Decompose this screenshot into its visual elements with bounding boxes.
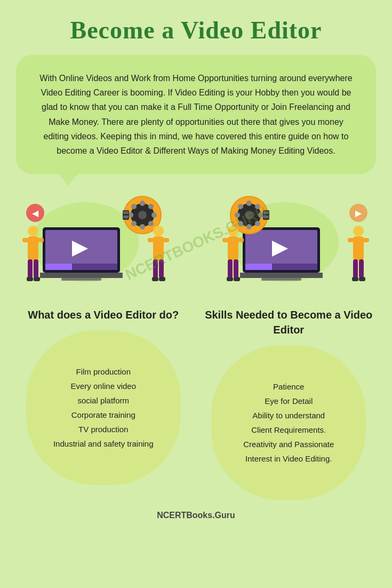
svg-point-4: [140, 201, 145, 206]
svg-rect-39: [159, 277, 165, 281]
svg-rect-33: [153, 236, 164, 260]
intro-text: With Online Videos and Work from Home Op…: [37, 71, 355, 158]
svg-rect-64: [234, 277, 240, 281]
svg-rect-60: [237, 238, 244, 242]
svg-point-7: [151, 212, 157, 218]
svg-point-3: [138, 211, 147, 219]
svg-point-43: [245, 211, 253, 219]
svg-point-11: [131, 221, 137, 226]
svg-point-50: [255, 204, 260, 209]
svg-rect-14: [123, 216, 129, 218]
svg-rect-59: [222, 238, 229, 242]
svg-rect-70: [240, 273, 323, 278]
list-item: Ability to understand: [252, 411, 325, 420]
svg-rect-38: [152, 277, 158, 281]
left-laptop-icon: [40, 227, 123, 281]
list-item: Eye for Detail: [265, 396, 313, 406]
page-title: Become a Video Editor: [70, 16, 322, 44]
svg-rect-36: [153, 259, 158, 278]
svg-point-10: [148, 204, 154, 209]
svg-point-32: [153, 226, 164, 236]
svg-rect-63: [227, 277, 233, 281]
svg-point-72: [353, 226, 364, 236]
svg-point-8: [131, 204, 137, 209]
svg-point-47: [258, 212, 263, 218]
right-oval: Patience Eye for Detail Ability to under…: [211, 345, 366, 500]
svg-rect-18: [28, 236, 38, 260]
left-sound-icon: ◀: [26, 203, 45, 223]
svg-rect-31: [61, 278, 101, 281]
svg-rect-19: [22, 238, 29, 242]
footer: NCERTBooks.Guru: [157, 511, 235, 520]
svg-point-57: [228, 226, 238, 236]
svg-rect-29: [45, 264, 72, 270]
left-person-icon: [21, 225, 45, 289]
illustrations-row: NCERTBOOKS.GURU ◀: [16, 195, 376, 291]
svg-text:▶: ▶: [355, 209, 362, 218]
list-item: TV production: [78, 425, 128, 434]
svg-point-5: [140, 224, 145, 229]
svg-rect-21: [28, 259, 33, 278]
svg-rect-35: [163, 238, 169, 242]
list-item: Creativity and Passionate: [243, 440, 334, 449]
svg-rect-34: [148, 238, 154, 242]
svg-rect-74: [348, 238, 354, 242]
svg-rect-24: [34, 277, 40, 281]
list-item: Client Requirements.: [251, 425, 326, 434]
left-person2-icon: [147, 225, 171, 289]
svg-rect-62: [234, 259, 238, 278]
svg-rect-61: [228, 259, 233, 278]
svg-rect-53: [263, 211, 269, 214]
svg-rect-71: [261, 278, 301, 281]
svg-rect-20: [37, 238, 44, 242]
svg-rect-78: [352, 277, 358, 281]
svg-point-48: [238, 204, 243, 209]
right-col-title: Skills Needed to Become a Video Editor: [202, 307, 377, 337]
list-item: Corporate training: [71, 410, 135, 419]
two-column-section: What does a Video Editor do? Film produc…: [16, 307, 376, 500]
list-item: Every online video: [70, 382, 136, 391]
svg-point-46: [235, 212, 240, 218]
svg-rect-37: [159, 259, 164, 278]
svg-point-45: [246, 224, 252, 229]
right-person2-icon: [347, 225, 371, 289]
right-sound-icon: ▶: [349, 203, 368, 223]
svg-rect-54: [263, 216, 269, 218]
list-item: Patience: [273, 382, 304, 391]
svg-rect-30: [40, 273, 123, 278]
list-item: social platform: [77, 396, 129, 405]
svg-rect-79: [359, 277, 365, 281]
svg-rect-58: [228, 236, 238, 260]
left-column: What does a Video Editor do? Film produc…: [16, 307, 191, 500]
svg-point-44: [246, 201, 252, 206]
svg-rect-75: [363, 238, 369, 242]
intro-bubble: With Online Videos and Work from Home Op…: [16, 55, 376, 174]
left-oval: Film production Every online video socia…: [26, 330, 181, 485]
svg-rect-73: [353, 236, 364, 260]
left-col-title: What does a Video Editor do?: [28, 307, 179, 322]
svg-rect-76: [353, 259, 358, 278]
list-item: Interest in Video Editing.: [245, 454, 332, 463]
right-person1-icon: [221, 225, 245, 289]
svg-text:◀: ◀: [32, 209, 39, 218]
left-illustration: ◀: [21, 195, 171, 291]
right-column: Skills Needed to Become a Video Editor P…: [202, 307, 377, 500]
svg-rect-77: [359, 259, 364, 278]
list-item: Film production: [76, 367, 131, 376]
right-laptop-icon: [240, 227, 323, 281]
svg-point-49: [255, 221, 260, 226]
right-illustration: ▶: [221, 195, 371, 291]
svg-rect-23: [27, 277, 33, 281]
svg-rect-22: [34, 259, 38, 278]
svg-point-17: [28, 226, 38, 236]
list-item: Industrial and safety training: [53, 439, 154, 448]
svg-rect-13: [123, 211, 129, 214]
svg-rect-69: [245, 264, 272, 270]
